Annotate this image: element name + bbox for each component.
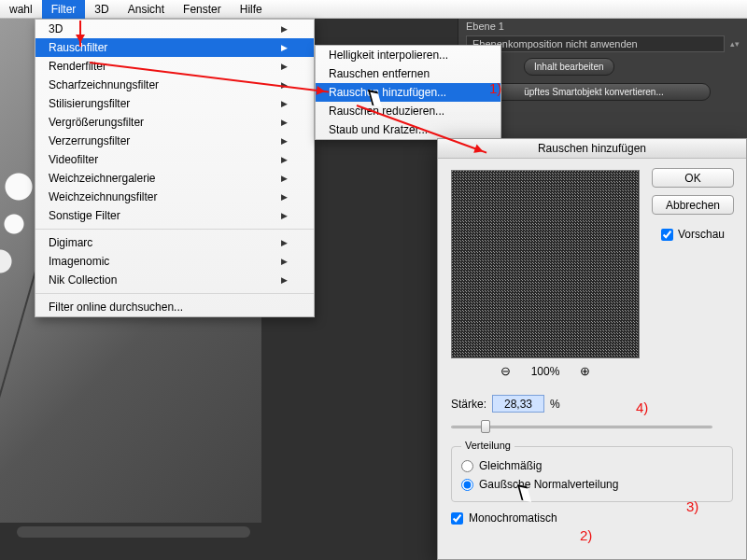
distribution-legend: Verteilung [461, 440, 514, 451]
submenu-arrow-icon: ▶ [281, 155, 288, 164]
layer-name: Ebene 1 [466, 21, 504, 32]
menu-item[interactable]: Helligkeit interpolieren... [316, 46, 500, 64]
dialog-title: Rauschen hinzufügen [438, 139, 746, 159]
strength-slider[interactable] [451, 418, 712, 435]
submenu-arrow-icon: ▶ [281, 43, 288, 52]
monochromatic-checkbox[interactable] [451, 512, 463, 525]
submenu-arrow-icon: ▶ [281, 80, 288, 90]
menu-item[interactable]: Digimarc▶ [35, 233, 314, 252]
strength-input[interactable] [492, 395, 544, 413]
menu-item[interactable]: Weichzeichnergalerie▶ [35, 169, 314, 188]
percent-label: % [550, 398, 560, 411]
menu-item[interactable]: Renderfilter▶ [35, 57, 314, 76]
zoom-out-icon[interactable]: ⊖ [500, 364, 511, 378]
menu-item[interactable]: Rauschen reduzieren... [316, 102, 500, 120]
submenu-arrow-icon: ▶ [281, 275, 288, 285]
submenu-arrow-icon: ▶ [281, 99, 288, 108]
uniform-radio[interactable] [461, 460, 473, 472]
preview-checkbox[interactable] [661, 229, 673, 241]
menu-item[interactable]: Staub und Kratzer... [316, 120, 500, 139]
menu-item[interactable]: Weichzeichnungsfilter▶ [35, 188, 314, 206]
menu-item[interactable]: Rauschfilter▶ [35, 38, 314, 57]
menu-filter[interactable]: Filter [42, 0, 86, 19]
menu-item[interactable]: Vergrößerungsfilter▶ [35, 113, 314, 132]
zoom-level: 100% [531, 365, 560, 378]
strength-label: Stärke: [451, 398, 486, 411]
layer-comp-select[interactable]: Ebenenkomposition nicht anwenden [466, 35, 725, 52]
submenu-arrow-icon: ▶ [281, 257, 288, 266]
menu-item[interactable]: Nik Collection▶ [35, 271, 314, 289]
cancel-button[interactable]: Abbrechen [652, 195, 734, 215]
ok-button[interactable]: OK [652, 168, 734, 188]
menu-item[interactable]: 3D▶ [35, 20, 314, 38]
menu-item[interactable]: Rauschen entfernen [316, 64, 500, 83]
submenu-arrow-icon: ▶ [281, 238, 288, 247]
menu-item[interactable]: Stilisierungsfilter▶ [35, 94, 314, 113]
convert-smartobject-button[interactable]: üpftes Smartobjekt konvertieren... [477, 83, 711, 101]
menu-wahl[interactable]: wahl [0, 0, 42, 19]
menu-item[interactable]: Scharfzeichnungsfilter▶ [35, 76, 314, 94]
menu-item[interactable]: Verzerrungsfilter▶ [35, 132, 314, 150]
menu-item[interactable]: Filter online durchsuchen... [35, 298, 314, 316]
chevron-updown-icon[interactable]: ▴▾ [730, 39, 740, 49]
menu-fenster[interactable]: Fenster [174, 0, 231, 19]
menu-item[interactable]: Imagenomic▶ [35, 252, 314, 271]
zoom-in-icon[interactable]: ⊕ [580, 364, 590, 378]
menu-bar: wahlFilter3DAnsichtFensterHilfe [0, 0, 747, 19]
menu-item[interactable]: Videofilter▶ [35, 150, 314, 169]
horizontal-scrollbar[interactable] [17, 526, 250, 538]
submenu-arrow-icon: ▶ [281, 192, 288, 202]
menu-hilfe[interactable]: Hilfe [231, 0, 272, 19]
filter-menu[interactable]: 3D▶Rauschfilter▶Renderfilter▶Scharfzeich… [35, 19, 315, 317]
add-noise-dialog: Rauschen hinzufügen ⊖ 100% ⊕ OK Abbreche… [437, 138, 747, 560]
submenu-arrow-icon: ▶ [281, 62, 288, 71]
edit-content-button[interactable]: Inhalt bearbeiten [524, 58, 614, 76]
menu-item[interactable]: Rauschen hinzufügen... [316, 83, 500, 102]
submenu-arrow-icon: ▶ [281, 24, 288, 34]
menu-3d[interactable]: 3D [85, 0, 118, 19]
distribution-group: Verteilung Gleichmäßig Gaußsche Normalve… [451, 446, 733, 502]
noise-preview[interactable] [451, 170, 640, 358]
submenu-arrow-icon: ▶ [281, 136, 288, 146]
submenu-arrow-icon: ▶ [281, 174, 288, 183]
gaussian-radio[interactable] [461, 479, 473, 491]
noise-submenu[interactable]: Helligkeit interpolieren...Rauschen entf… [315, 45, 501, 140]
submenu-arrow-icon: ▶ [281, 211, 288, 220]
submenu-arrow-icon: ▶ [281, 118, 288, 127]
menu-item[interactable]: Sonstige Filter▶ [35, 206, 314, 225]
menu-ansicht[interactable]: Ansicht [119, 0, 174, 19]
